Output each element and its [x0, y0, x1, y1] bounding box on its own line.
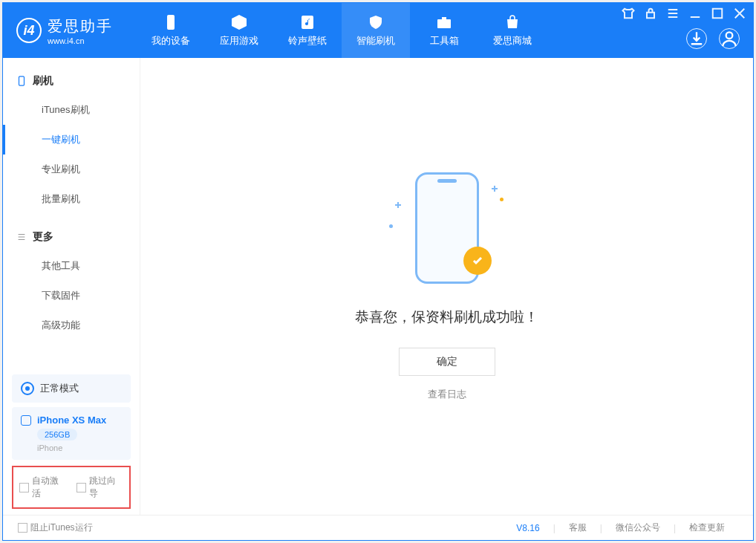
view-log-link[interactable]: 查看日志 — [428, 388, 466, 401]
device-card[interactable]: iPhone XS Max 256GB iPhone — [12, 407, 131, 460]
dot-icon — [389, 224, 393, 228]
wechat-link[interactable]: 微信公众号 — [602, 521, 674, 534]
sidebar-head-flash: 刷机 — [3, 71, 140, 95]
checkbox-block-itunes[interactable]: 阻止iTunes运行 — [18, 521, 93, 534]
sidebar: 刷机 iTunes刷机 一键刷机 专业刷机 批量刷机 更多 其他工具 下载固件 … — [3, 58, 140, 515]
svg-rect-3 — [442, 17, 446, 19]
window-controls — [621, 6, 747, 21]
dot-icon — [500, 198, 504, 201]
svg-rect-5 — [713, 9, 723, 19]
nav-toolbox[interactable]: 工具箱 — [410, 3, 478, 58]
checkbox-auto-activate[interactable]: 自动激活 — [19, 475, 66, 500]
bag-icon — [504, 13, 521, 31]
success-message: 恭喜您，保资料刷机成功啦！ — [355, 308, 538, 327]
nav-smart-flash[interactable]: 智能刷机 — [342, 3, 410, 58]
sidebar-head-more: 更多 — [3, 227, 140, 251]
nav-ringtone-wallpaper[interactable]: 铃声壁纸 — [273, 3, 342, 58]
shirt-icon[interactable] — [621, 6, 636, 21]
svg-rect-0 — [167, 15, 175, 30]
music-icon — [299, 13, 316, 31]
cube-icon — [230, 13, 248, 31]
sparkle-icon — [492, 186, 498, 192]
checkbox-icon — [76, 483, 86, 492]
check-badge-icon — [463, 247, 492, 275]
device-phone-icon — [21, 415, 31, 426]
app-url: www.i4.cn — [48, 36, 113, 45]
close-icon[interactable] — [732, 6, 747, 21]
svg-rect-7 — [19, 77, 25, 85]
success-illustration — [395, 172, 499, 291]
toolbox-icon — [435, 13, 453, 31]
app-name: 爱思助手 — [48, 16, 113, 36]
sidebar-item-batch[interactable]: 批量刷机 — [3, 184, 140, 214]
list-icon — [16, 232, 27, 242]
sidebar-item-onekey[interactable]: 一键刷机 — [3, 125, 140, 155]
sparkle-icon — [395, 202, 401, 208]
sidebar-item-other-tools[interactable]: 其他工具 — [3, 251, 140, 281]
lock-icon[interactable] — [643, 6, 658, 21]
body: 刷机 iTunes刷机 一键刷机 专业刷机 批量刷机 更多 其他工具 下载固件 … — [3, 58, 753, 515]
maximize-icon[interactable] — [710, 6, 725, 21]
header-actions — [686, 28, 740, 49]
phone-outline-icon — [16, 76, 27, 86]
sidebar-group-more: 更多 其他工具 下载固件 高级功能 — [3, 214, 140, 340]
user-icon[interactable] — [719, 28, 740, 49]
sidebar-item-download-firmware[interactable]: 下载固件 — [3, 281, 140, 310]
sidebar-item-itunes[interactable]: iTunes刷机 — [3, 95, 140, 125]
logo[interactable]: i4 爱思助手 www.i4.cn — [3, 16, 128, 45]
app-window: i4 爱思助手 www.i4.cn 我的设备 应用游戏 铃声壁纸 智能刷机 — [2, 2, 754, 541]
support-link[interactable]: 客服 — [555, 521, 600, 534]
menu-icon[interactable] — [665, 6, 680, 21]
shield-sync-icon — [367, 13, 385, 31]
header: i4 爱思助手 www.i4.cn 我的设备 应用游戏 铃声壁纸 智能刷机 — [3, 3, 753, 58]
checkbox-skip-guide[interactable]: 跳过向导 — [76, 475, 123, 500]
svg-rect-4 — [647, 13, 654, 19]
nav-my-device[interactable]: 我的设备 — [137, 3, 205, 58]
logo-icon: i4 — [16, 18, 42, 43]
sidebar-item-advanced[interactable]: 高级功能 — [3, 310, 140, 340]
top-nav: 我的设备 应用游戏 铃声壁纸 智能刷机 工具箱 爱思商城 — [137, 3, 547, 58]
main-content: 恭喜您，保资料刷机成功啦！ 确定 查看日志 — [140, 58, 753, 515]
svg-rect-2 — [437, 19, 451, 28]
nav-app-game[interactable]: 应用游戏 — [205, 3, 273, 58]
minimize-icon[interactable] — [688, 6, 703, 21]
phone-icon — [162, 13, 180, 31]
version-label[interactable]: V8.16 — [503, 523, 553, 533]
sidebar-bottom: 正常模式 iPhone XS Max 256GB iPhone 自动激活 — [3, 370, 140, 515]
download-icon[interactable] — [686, 28, 707, 49]
checkbox-icon — [18, 523, 27, 533]
svg-point-6 — [726, 32, 733, 39]
sidebar-group-flash: 刷机 iTunes刷机 一键刷机 专业刷机 批量刷机 — [3, 58, 140, 214]
option-row: 自动激活 跳过向导 — [12, 466, 131, 509]
checkbox-icon — [19, 483, 29, 492]
nav-store[interactable]: 爱思商城 — [478, 3, 547, 58]
update-link[interactable]: 检查更新 — [676, 521, 738, 534]
ok-button[interactable]: 确定 — [399, 348, 495, 376]
sync-icon — [21, 382, 34, 395]
mode-card[interactable]: 正常模式 — [12, 374, 131, 403]
footer: 阻止iTunes运行 V8.16 | 客服 | 微信公众号 | 检查更新 — [3, 515, 753, 540]
sidebar-item-pro[interactable]: 专业刷机 — [3, 155, 140, 184]
